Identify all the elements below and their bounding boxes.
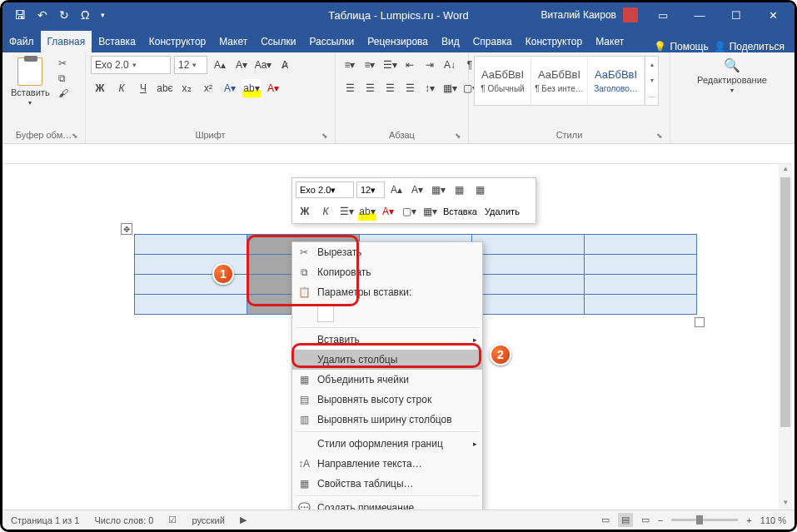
word-count[interactable]: Число слов: 0 — [94, 515, 153, 525]
share-button[interactable]: 👤 Поделиться — [714, 41, 785, 52]
mt-borders-icon[interactable]: ▢▾ — [400, 202, 418, 221]
menu-distribute-cols[interactable]: ▥Выровнять ширину столбцов — [292, 410, 482, 430]
menu-border-styles[interactable]: Стили оформления границ▸ — [292, 434, 482, 454]
language-indicator[interactable]: русский — [192, 515, 224, 525]
style-nospacing[interactable]: АаБбВвІ¶ Без инте… — [531, 57, 588, 105]
menu-distribute-rows[interactable]: ▤Выровнять высоту строк — [292, 390, 482, 410]
page-indicator[interactable]: Страница 1 из 1 — [11, 515, 79, 525]
tab-design[interactable]: Конструктор — [142, 31, 212, 52]
menu-copy[interactable]: ⧉Копировать — [292, 262, 482, 282]
table-cell[interactable] — [472, 255, 585, 275]
align-center-icon[interactable]: ☰ — [361, 79, 379, 97]
table-cell[interactable] — [585, 295, 697, 315]
tab-help[interactable]: Справка — [466, 31, 519, 52]
minimize-button[interactable]: — — [681, 2, 718, 27]
zoom-out-button[interactable]: − — [658, 515, 663, 525]
mt-shading-icon[interactable]: ▦▾ — [421, 202, 439, 221]
increase-indent-icon[interactable]: ⇥ — [421, 56, 439, 74]
ribbon-display-icon[interactable]: ▭ — [645, 2, 681, 27]
paste-button[interactable]: Вставить ▾ — [7, 56, 53, 108]
grow-font-icon[interactable]: A▴ — [211, 56, 229, 74]
mt-font-combo[interactable]: Exo 2.0▾ — [296, 181, 354, 198]
mt-highlight-icon[interactable]: ab▾ — [358, 202, 376, 221]
font-color-icon[interactable]: A▾ — [264, 79, 282, 97]
table-resize-handle[interactable] — [695, 317, 705, 327]
italic-button[interactable]: К — [112, 79, 131, 97]
mt-styles-icon[interactable]: ▦▾ — [429, 181, 447, 199]
zoom-level[interactable]: 110 % — [760, 515, 786, 525]
dialog-launcher-icon[interactable]: ⬊ — [656, 132, 663, 140]
font-size-combo[interactable]: 12▾ — [174, 56, 207, 74]
line-spacing-icon[interactable]: ↕▾ — [421, 79, 439, 97]
tell-me-search[interactable]: 💡 Помощь — [654, 41, 708, 52]
tab-layout[interactable]: Макет — [212, 31, 254, 52]
strikethrough-button[interactable]: abє — [156, 79, 174, 97]
editing-dropdown[interactable]: 🔍 Редактирование ▾ — [694, 56, 770, 96]
mt-bold-button[interactable]: Ж — [296, 202, 314, 221]
undo-icon[interactable]: ↶ — [37, 8, 47, 22]
dialog-launcher-icon[interactable]: ⬊ — [72, 132, 78, 140]
highlight-icon[interactable]: ab▾ — [242, 79, 261, 97]
qat-dropdown-icon[interactable]: ▾ — [101, 11, 105, 19]
tab-home[interactable]: Главная — [41, 31, 92, 52]
clear-formatting-icon[interactable]: A̷ — [276, 56, 294, 74]
styles-gallery[interactable]: АаБбВвІ¶ Обычный АаБбВвІ¶ Без инте… АаБб… — [474, 56, 659, 106]
tab-references[interactable]: Ссылки — [254, 31, 302, 52]
table-cell[interactable] — [472, 295, 585, 315]
print-layout-icon[interactable]: ▤ — [618, 513, 633, 527]
save-icon[interactable]: 🖫 — [14, 8, 26, 22]
superscript-button[interactable]: x² — [199, 79, 217, 97]
style-heading[interactable]: АаБбВвІЗаголово… — [588, 57, 645, 105]
menu-delete-columns[interactable]: Удалить столбцы — [292, 350, 482, 370]
multilevel-icon[interactable]: ☰▾ — [381, 56, 399, 74]
style-normal[interactable]: АаБбВвІ¶ Обычный — [475, 57, 531, 105]
mt-delete-icon[interactable]: ▦ — [471, 181, 489, 199]
bold-button[interactable]: Ж — [91, 79, 109, 97]
zoom-slider[interactable] — [671, 519, 738, 521]
change-case-icon[interactable]: Aa▾ — [254, 56, 272, 74]
tab-table-layout[interactable]: Макет — [589, 31, 630, 52]
cut-icon[interactable]: ✂ — [58, 57, 68, 69]
mt-size-combo[interactable]: 12▾ — [356, 181, 385, 198]
tab-file[interactable]: Файл — [2, 31, 41, 52]
bullets-icon[interactable]: ≡▾ — [341, 56, 359, 74]
scroll-up-icon[interactable]: ▴ — [779, 164, 792, 176]
tab-review[interactable]: Рецензирова — [361, 31, 435, 52]
redo-icon[interactable]: ↻ — [59, 8, 69, 22]
web-layout-icon[interactable]: ▭ — [641, 515, 650, 525]
mt-insert-icon[interactable]: ▦ — [450, 181, 468, 199]
numbering-icon[interactable]: ≡▾ — [361, 56, 379, 74]
user-avatar[interactable] — [623, 7, 638, 22]
dialog-launcher-icon[interactable]: ⬊ — [321, 132, 328, 140]
justify-icon[interactable]: ☰ — [401, 79, 419, 97]
tab-view[interactable]: Вид — [435, 31, 466, 52]
scroll-thumb[interactable] — [780, 177, 790, 427]
read-mode-icon[interactable]: ▭ — [601, 515, 610, 525]
table-cell[interactable] — [135, 295, 247, 315]
format-painter-icon[interactable]: 🖌 — [58, 87, 68, 99]
mt-align-icon[interactable]: ☰▾ — [337, 202, 356, 221]
decrease-indent-icon[interactable]: ⇤ — [401, 56, 419, 74]
user-name[interactable]: Виталий Каиров — [540, 9, 616, 21]
menu-text-direction[interactable]: ↕AНаправление текста… — [292, 454, 482, 474]
scroll-down-icon[interactable]: ▾ — [779, 498, 792, 510]
maximize-button[interactable]: ☐ — [718, 2, 755, 27]
table-cell[interactable] — [585, 275, 697, 295]
copy-icon[interactable]: ⧉ — [58, 72, 68, 84]
table-cell[interactable] — [585, 235, 697, 255]
ruler[interactable] — [2, 144, 795, 164]
text-effects-icon[interactable]: A▾ — [221, 79, 239, 97]
tab-mailings[interactable]: Рассылки — [302, 31, 361, 52]
mt-italic-button[interactable]: К — [316, 202, 335, 221]
table-cell[interactable] — [472, 275, 585, 295]
font-name-combo[interactable]: Exo 2.0▾ — [91, 56, 171, 74]
menu-cut[interactable]: ✂Вырезать — [292, 242, 482, 262]
mt-grow-font-icon[interactable]: A▴ — [387, 181, 406, 199]
menu-table-properties[interactable]: ▦Свойства таблицы… — [292, 474, 482, 494]
omega-icon[interactable]: Ω — [81, 8, 89, 22]
close-button[interactable]: ✕ — [755, 2, 791, 27]
dialog-launcher-icon[interactable]: ⬊ — [455, 132, 461, 140]
table-cell[interactable] — [135, 235, 247, 255]
shrink-font-icon[interactable]: A▾ — [232, 56, 251, 74]
mt-insert-label[interactable]: Вставка — [443, 206, 477, 216]
